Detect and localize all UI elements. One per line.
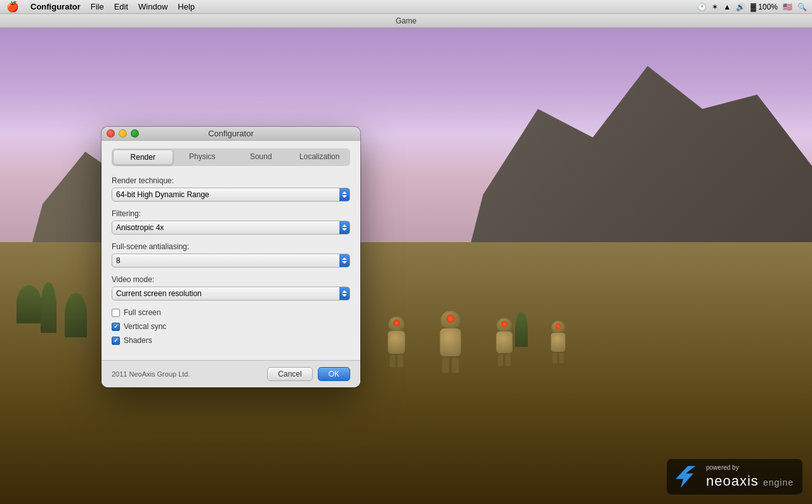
menubar-help[interactable]: Help — [173, 2, 200, 11]
filtering-value: Anisotropic 4x — [116, 223, 164, 232]
menubar-right: 🕐 ✶ ▲ 🔊 ▓ 100% 🇺🇸 🔍 — [697, 3, 812, 11]
minimize-button[interactable] — [119, 129, 127, 138]
search-icon[interactable]: 🔍 — [797, 3, 807, 11]
neoaxis-icon — [676, 466, 701, 488]
menubar-configurator[interactable]: Configurator — [25, 2, 86, 11]
bluetooth-icon: ✶ — [712, 3, 718, 11]
dialog-footer: 2011 NeoAxis Group Ltd. Cancel OK — [102, 360, 360, 387]
robot-group — [325, 314, 575, 371]
render-technique-select[interactable]: 64-bit High Dynamic Range — [112, 188, 350, 202]
window-titlebar: Game — [0, 14, 812, 28]
shaders-row: Shaders — [112, 336, 350, 345]
antialiasing-group: Full-scene antialiasing: 8 — [112, 242, 350, 268]
apple-menu[interactable]: 🍎 — [0, 1, 25, 13]
robot-4 — [489, 318, 519, 366]
shaders-label: Shaders — [124, 336, 152, 345]
video-mode-arrow — [339, 287, 350, 300]
video-mode-group: Video mode: Current screen resolution — [112, 275, 350, 300]
window-title: Game — [396, 16, 417, 25]
robot-2 — [381, 316, 412, 368]
video-mode-select[interactable]: Current screen resolution — [112, 287, 350, 300]
antialiasing-select[interactable]: 8 — [112, 254, 350, 268]
menubar: 🍎 Configurator File Edit Window Help 🕐 ✶… — [0, 0, 812, 14]
neoaxis-watermark: powered by neoaxis engine — [667, 459, 802, 494]
grass-2 — [41, 282, 56, 333]
tab-sound[interactable]: Sound — [232, 150, 291, 165]
render-technique-group: Render technique: 64-bit High Dynamic Ra… — [112, 176, 350, 202]
tab-render[interactable]: Render — [113, 150, 173, 165]
vsync-checkbox[interactable] — [112, 323, 120, 331]
menubar-window[interactable]: Window — [133, 2, 173, 11]
clock-icon: 🕐 — [697, 3, 707, 11]
vsync-label: Vertical sync — [124, 322, 166, 331]
wifi-icon: ▲ — [723, 3, 731, 11]
maximize-button[interactable] — [131, 129, 139, 138]
tab-localization[interactable]: Localization — [291, 150, 350, 165]
dialog-titlebar: Configurator — [102, 127, 360, 141]
menubar-edit[interactable]: Edit — [109, 2, 133, 11]
powered-by-text: powered by — [706, 464, 794, 471]
grass-1 — [16, 285, 42, 323]
full-screen-label: Full screen — [124, 308, 161, 317]
antialiasing-value: 8 — [116, 256, 121, 265]
vsync-row: Vertical sync — [112, 322, 350, 331]
full-screen-row: Full screen — [112, 308, 350, 317]
grass-3 — [65, 293, 87, 337]
flag-icon: 🇺🇸 — [783, 3, 792, 11]
cancel-button[interactable]: Cancel — [267, 367, 312, 381]
render-technique-arrow — [339, 188, 350, 201]
dialog-content: Render Physics Sound Localization Render… — [102, 141, 360, 360]
filtering-select[interactable]: Anisotropic 4x — [112, 221, 350, 235]
tabs-bar: Render Physics Sound Localization — [112, 148, 350, 166]
antialiasing-label: Full-scene antialiasing: — [112, 242, 350, 251]
full-screen-checkbox[interactable] — [112, 309, 120, 317]
copyright-text: 2011 NeoAxis Group Ltd. — [112, 370, 190, 378]
shaders-checkbox[interactable] — [112, 337, 120, 345]
close-button[interactable] — [107, 129, 115, 138]
filtering-arrow — [339, 221, 350, 234]
render-technique-label: Render technique: — [112, 176, 350, 185]
neoaxis-logo: neoaxis engine — [706, 473, 794, 489]
filtering-group: Filtering: Anisotropic 4x — [112, 209, 350, 235]
neoaxis-text-group: powered by neoaxis engine — [706, 464, 794, 489]
tab-physics[interactable]: Physics — [173, 150, 232, 165]
video-mode-value: Current screen resolution — [116, 289, 202, 298]
video-mode-label: Video mode: — [112, 275, 350, 284]
filtering-label: Filtering: — [112, 209, 350, 218]
robot-3 — [431, 311, 469, 373]
dialog-title: Configurator — [208, 129, 254, 138]
ok-button[interactable]: OK — [318, 367, 350, 381]
battery-indicator: ▓ 100% — [750, 3, 778, 11]
menubar-file[interactable]: File — [86, 2, 109, 11]
render-technique-value: 64-bit High Dynamic Range — [116, 190, 209, 199]
antialiasing-arrow — [339, 254, 350, 267]
footer-buttons: Cancel OK — [267, 367, 350, 381]
robot-5 — [545, 321, 571, 364]
configurator-dialog: Configurator Render Physics Sound Locali… — [102, 127, 360, 387]
volume-icon: 🔊 — [736, 3, 745, 11]
traffic-lights — [107, 129, 139, 138]
